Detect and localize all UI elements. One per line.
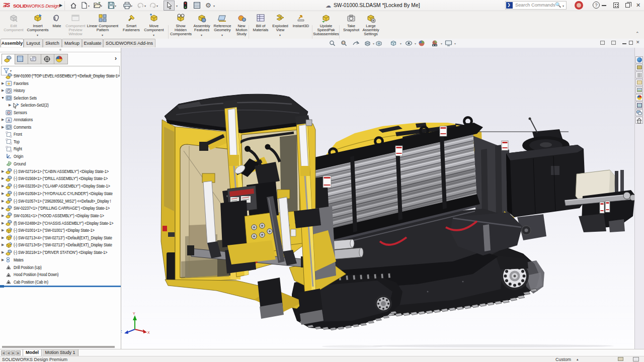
svg-text:Y: Y [133,312,135,315]
svg-text:A: A [8,118,11,123]
svg-text:X: X [147,331,150,334]
